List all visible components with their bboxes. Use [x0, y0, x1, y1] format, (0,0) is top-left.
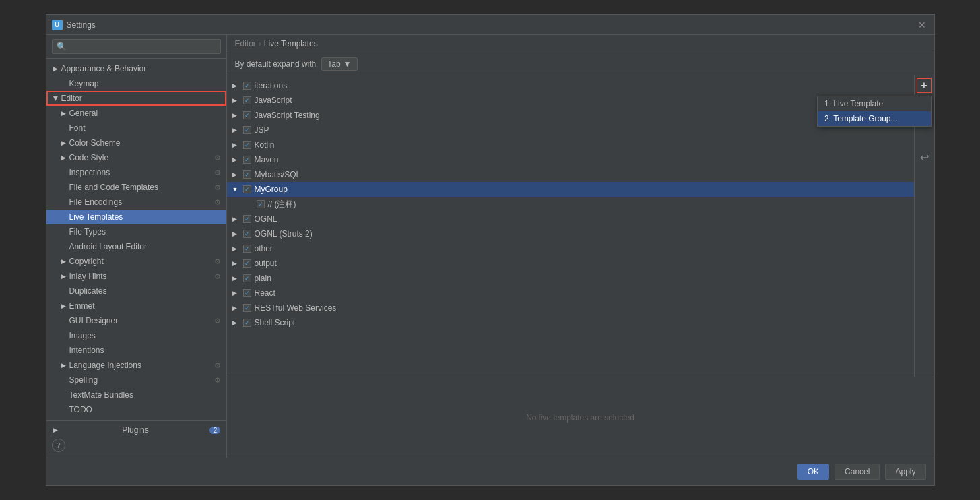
checkbox-shell[interactable] [243, 319, 251, 327]
arrow-icon: ▶ [232, 127, 242, 133]
right-toolbar: + 1. Live Template 2. Template Group... … [914, 75, 934, 377]
checkbox-restful[interactable] [243, 304, 251, 312]
templates-list: ▶ iterations ▶ JavaScript ▶ JavaScr [227, 75, 914, 377]
sidebar-item-textmate[interactable]: ▶ TextMate Bundles [46, 387, 226, 402]
sidebar-item-keymap[interactable]: ▶ Keymap [46, 76, 226, 91]
sidebar-item-file-encodings[interactable]: ▶ File Encodings ⚙ [46, 195, 226, 210]
menu-item-template-group[interactable]: 2. Template Group... [818, 111, 931, 126]
help-button[interactable]: ? [52, 439, 65, 452]
sidebar-item-language-injections[interactable]: ▶ Language Injections ⚙ [46, 358, 226, 373]
sidebar-item-copyright[interactable]: ▶ Copyright ⚙ [46, 254, 226, 269]
app-icon: U [52, 20, 63, 30]
checkbox-plain[interactable] [243, 274, 251, 282]
template-group-kotlin[interactable]: ▶ Kotlin [227, 137, 914, 152]
add-button[interactable]: + [917, 78, 932, 93]
sidebar-item-emmet[interactable]: ▶ Emmet [46, 299, 226, 313]
checkbox-mygroup[interactable] [243, 185, 251, 193]
checkbox-ognl-struts[interactable] [243, 230, 251, 238]
template-group-maven[interactable]: ▶ Maven [227, 152, 914, 167]
checkbox-ognl[interactable] [243, 215, 251, 223]
arrow-icon: ▶ [232, 142, 242, 148]
checkbox-jsp[interactable] [243, 126, 251, 134]
search-input[interactable] [52, 39, 221, 54]
settings-icon: ⚙ [214, 376, 221, 385]
ok-button[interactable]: OK [797, 464, 829, 480]
template-group-other[interactable]: ▶ other [227, 241, 914, 256]
arrow-icon: ▶ [232, 112, 242, 119]
sidebar-item-font[interactable]: ▶ Font [46, 121, 226, 135]
sidebar-item-color-scheme[interactable]: ▶ Color Scheme [46, 135, 226, 150]
checkbox-maven[interactable] [243, 156, 251, 164]
template-group-plain[interactable]: ▶ plain [227, 271, 914, 286]
sidebar-item-duplicates[interactable]: ▶ Duplicates [46, 284, 226, 299]
arrow-icon: ▶ [52, 65, 60, 73]
checkbox-kotlin[interactable] [243, 141, 251, 149]
close-button[interactable]: ✕ [915, 18, 929, 32]
settings-icon: ⚙ [214, 361, 221, 370]
arrow-icon: ▼ [232, 186, 242, 193]
checkbox-javascript[interactable] [243, 96, 251, 104]
template-group-mygroup[interactable]: ▼ MyGroup [227, 182, 914, 197]
settings-icon: ⚙ [214, 198, 221, 207]
checkbox-output[interactable] [243, 259, 251, 268]
template-group-output[interactable]: ▶ output [227, 256, 914, 271]
template-item-mygroup-child[interactable]: ▶ // (注释) [227, 197, 914, 212]
arrow-icon: ▶ [232, 82, 242, 89]
sidebar-item-inlay-hints[interactable]: ▶ Inlay Hints ⚙ [46, 269, 226, 284]
sidebar-item-code-style[interactable]: ▶ Code Style ⚙ [46, 150, 226, 165]
plugins-label[interactable]: Plugins [122, 425, 148, 435]
expand-dropdown[interactable]: Tab ▼ [321, 57, 357, 71]
expand-label: By default expand with [235, 59, 317, 69]
arrow-icon: ▶ [60, 302, 68, 310]
menu-item-live-template[interactable]: 1. Live Template [818, 96, 931, 111]
breadcrumb-parent: Editor [235, 39, 256, 49]
arrow-icon: ▶ [232, 290, 242, 296]
sidebar-item-inspections[interactable]: ▶ Inspections ⚙ [46, 165, 226, 180]
checkbox-other[interactable] [243, 245, 251, 253]
template-group-mybatis[interactable]: ▶ Mybatis/SQL [227, 167, 914, 182]
arrow-icon: ▶ [232, 156, 242, 163]
breadcrumb: Editor › Live Templates [227, 35, 934, 53]
template-group-restful[interactable]: ▶ RESTful Web Services [227, 301, 914, 315]
apply-button[interactable]: Apply [885, 464, 925, 480]
checkbox-iterations[interactable] [243, 82, 251, 90]
template-group-iterations[interactable]: ▶ iterations [227, 78, 914, 93]
settings-icon: ⚙ [214, 183, 221, 192]
cancel-button[interactable]: Cancel [835, 464, 880, 480]
sidebar-item-gui-designer[interactable]: ▶ GUI Designer ⚙ [46, 313, 226, 328]
add-dropdown-menu: 1. Live Template 2. Template Group... [817, 96, 932, 127]
sidebar-item-general[interactable]: ▶ General [46, 106, 226, 121]
empty-state-message: No live templates are selected [526, 413, 634, 423]
sidebar-item-intentions[interactable]: ▶ Intentions [46, 343, 226, 358]
checkbox-react[interactable] [243, 289, 251, 297]
sidebar-item-editor[interactable]: ▶ Editor [46, 91, 226, 106]
template-group-jsp[interactable]: ▶ JSP [227, 123, 914, 137]
arrow-icon: ▶ [232, 275, 242, 282]
sidebar-item-images[interactable]: ▶ Images [46, 328, 226, 343]
arrow-icon: ▶ [232, 305, 242, 311]
template-group-ognl-struts[interactable]: ▶ OGNL (Struts 2) [227, 226, 914, 241]
checkbox-mygroup-child[interactable] [257, 200, 265, 208]
undo-button[interactable]: ↩ [917, 150, 932, 164]
settings-icon: ⚙ [214, 154, 221, 162]
checkbox-js-testing[interactable] [243, 111, 251, 119]
add-button-container: + 1. Live Template 2. Template Group... [917, 78, 932, 93]
template-group-js-testing[interactable]: ▶ JavaScript Testing [227, 108, 914, 123]
sidebar-item-file-types[interactable]: ▶ File Types [46, 224, 226, 239]
sidebar-item-android-layout[interactable]: ▶ Android Layout Editor [46, 239, 226, 254]
sidebar-item-spelling[interactable]: ▶ Spelling ⚙ [46, 373, 226, 387]
arrow-icon: ▶ [60, 361, 68, 369]
sidebar-item-appearance[interactable]: ▶ Appearance & Behavior [46, 61, 226, 76]
breadcrumb-separator: › [259, 39, 261, 49]
template-group-react[interactable]: ▶ React [227, 286, 914, 301]
templates-area: ▶ iterations ▶ JavaScript ▶ JavaScr [227, 75, 934, 377]
template-group-shell[interactable]: ▶ Shell Script [227, 315, 914, 330]
plugins-row: ▶ Plugins 2 [52, 424, 221, 436]
template-group-ognl[interactable]: ▶ OGNL [227, 212, 914, 226]
sidebar-item-file-code-templates[interactable]: ▶ File and Code Templates ⚙ [46, 180, 226, 195]
sidebar-tree: ▶ Appearance & Behavior ▶ Keymap ▶ Edito… [46, 59, 226, 420]
sidebar-item-todo[interactable]: ▶ TODO [46, 402, 226, 417]
checkbox-mybatis[interactable] [243, 170, 251, 179]
template-group-javascript[interactable]: ▶ JavaScript [227, 93, 914, 108]
sidebar-item-live-templates[interactable]: ▶ Live Templates [46, 210, 226, 224]
